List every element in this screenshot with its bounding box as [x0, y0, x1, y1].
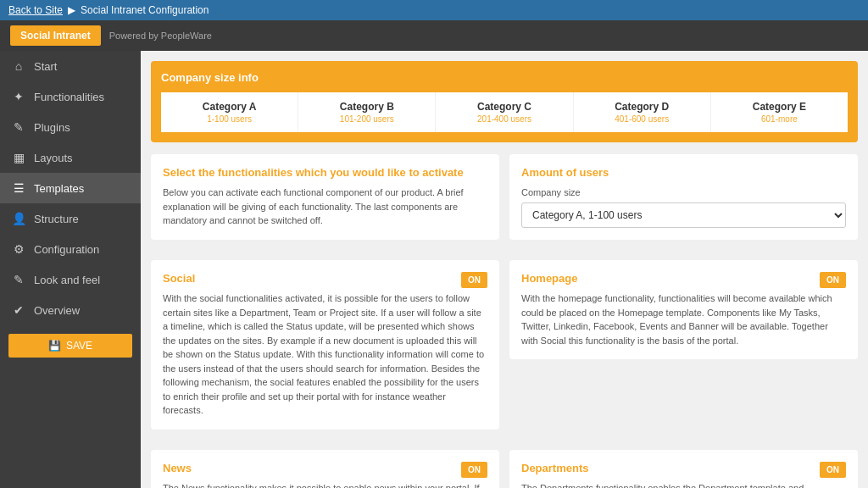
select-panel: Select the functionalities which you wou… [151, 154, 499, 240]
company-cat-category-e[interactable]: Category E601-more [711, 92, 848, 132]
company-categories: Category A1-100 usersCategory B101-200 u… [161, 92, 848, 132]
company-banner-title: Company size info [161, 71, 848, 84]
sidebar-item-start[interactable]: ⌂Start [0, 51, 141, 81]
cat-name: Category A [168, 101, 291, 113]
sidebar-label-structure: Structure [34, 213, 79, 225]
plugins-icon: ✎ [12, 120, 25, 134]
social-toggle[interactable]: ON [461, 272, 487, 288]
sidebar-label-start: Start [34, 60, 57, 73]
sidebar-item-functionalities[interactable]: ✦Functionalities [0, 81, 141, 112]
homepage-panel: Homepage ON With the homepage functional… [509, 260, 858, 359]
functionalities-icon: ✦ [12, 90, 25, 103]
social-panel: Social ON With the social functionalitie… [151, 260, 499, 430]
sidebar-label-functionalities: Functionalities [34, 91, 104, 103]
layouts-icon: ▦ [12, 151, 25, 164]
departments-desc: The Departments functionality enables th… [521, 481, 846, 489]
homepage-title: Homepage [521, 272, 846, 285]
sidebar-label-plugins: Plugins [34, 121, 70, 134]
back-to-site-link[interactable]: Back to Site [8, 4, 63, 16]
company-cat-category-d[interactable]: Category D401-600 users [574, 92, 711, 132]
company-size-banner: Company size info Category A1-100 usersC… [151, 61, 858, 142]
news-col: News ON The News functionality makes it … [151, 450, 499, 489]
cat-range: 101-200 users [305, 114, 428, 124]
header: Social Intranet Powered by PeopleWare [0, 20, 868, 51]
cat-name: Category B [305, 101, 428, 113]
sidebar-item-layouts[interactable]: ▦Layouts [0, 142, 141, 173]
homepage-toggle[interactable]: ON [820, 272, 846, 288]
departments-panel: Departments ON The Departments functiona… [509, 450, 858, 489]
select-panel-title: Select the functionalities which you wou… [163, 166, 487, 179]
sidebar-item-templates[interactable]: ☰Templates [0, 173, 141, 203]
company-cat-category-a[interactable]: Category A1-100 users [161, 92, 298, 132]
company-size-select[interactable]: Category A, 1-100 usersCategory B, 101-2… [521, 202, 846, 228]
social-col: Social ON With the social functionalitie… [151, 260, 499, 440]
configuration-icon: ⚙ [12, 242, 25, 256]
sidebar-item-overview[interactable]: ✔Overview [0, 295, 141, 325]
sidebar-label-configuration: Configuration [34, 243, 99, 256]
start-icon: ⌂ [12, 59, 25, 73]
overview-icon: ✔ [12, 303, 25, 317]
company-cat-category-c[interactable]: Category C201-400 users [436, 92, 573, 132]
logo-button[interactable]: Social Intranet [10, 25, 101, 46]
amount-title: Amount of users [521, 166, 846, 179]
top-two-col: Select the functionalities which you wou… [151, 154, 858, 250]
feature-row-1: Social ON With the social functionalitie… [151, 260, 858, 440]
topbar: Back to Site ▶ Social Intranet Configura… [0, 0, 868, 20]
main-layout: ⌂Start✦Functionalities✎Plugins▦Layouts☰T… [0, 51, 868, 488]
news-title: News [163, 462, 487, 474]
look-feel-icon: ✎ [12, 273, 25, 286]
news-toggle[interactable]: ON [461, 462, 487, 478]
sidebar-label-templates: Templates [34, 182, 84, 195]
save-label: SAVE [66, 340, 92, 352]
news-desc: The News functionality makes it possible… [163, 481, 487, 489]
cat-range: 401-600 users [581, 114, 704, 124]
cat-name: Category C [442, 101, 565, 113]
feature-row-2: News ON The News functionality makes it … [151, 450, 858, 489]
save-icon: 💾 [48, 340, 61, 352]
sidebar-item-plugins[interactable]: ✎Plugins [0, 112, 141, 142]
homepage-col: Homepage ON With the homepage functional… [509, 260, 858, 440]
sidebar-item-configuration[interactable]: ⚙Configuration [0, 234, 141, 264]
config-label: Social Intranet Configuration [81, 4, 209, 16]
cat-name: Category E [718, 101, 841, 113]
select-panel-desc: Below you can activate each functional c… [163, 186, 487, 228]
company-cat-category-b[interactable]: Category B101-200 users [298, 92, 436, 132]
cat-range: 601-more [718, 114, 841, 124]
sidebar-item-structure[interactable]: 👤Structure [0, 203, 141, 234]
cat-name: Category D [581, 101, 704, 113]
save-button[interactable]: 💾SAVE [8, 334, 132, 358]
amount-panel-col: Amount of users Company size Category A,… [509, 154, 858, 250]
cat-range: 201-400 users [442, 114, 565, 124]
structure-icon: 👤 [12, 212, 25, 225]
social-desc: With the social functionalities activate… [163, 291, 487, 418]
powered-by-label: Powered by PeopleWare [109, 30, 212, 41]
content-area: Company size info Category A1-100 usersC… [141, 51, 868, 488]
sidebar-item-look-feel[interactable]: ✎Look and feel [0, 264, 141, 295]
sidebar-label-overview: Overview [34, 304, 80, 317]
social-title: Social [163, 272, 487, 285]
amount-panel: Amount of users Company size Category A,… [509, 154, 858, 240]
breadcrumb-separator: ▶ [68, 4, 75, 16]
cat-range: 1-100 users [168, 114, 291, 124]
homepage-desc: With the homepage functionality, functio… [521, 291, 846, 347]
sidebar-label-layouts: Layouts [34, 152, 73, 164]
templates-icon: ☰ [12, 181, 25, 195]
company-size-label: Company size [521, 187, 846, 197]
sidebar-label-look-feel: Look and feel [34, 274, 100, 286]
departments-col: Departments ON The Departments functiona… [509, 450, 858, 489]
news-panel: News ON The News functionality makes it … [151, 450, 499, 489]
select-panel-col: Select the functionalities which you wou… [151, 154, 499, 250]
departments-toggle[interactable]: ON [820, 462, 846, 478]
departments-title: Departments [521, 462, 846, 474]
sidebar: ⌂Start✦Functionalities✎Plugins▦Layouts☰T… [0, 51, 141, 488]
